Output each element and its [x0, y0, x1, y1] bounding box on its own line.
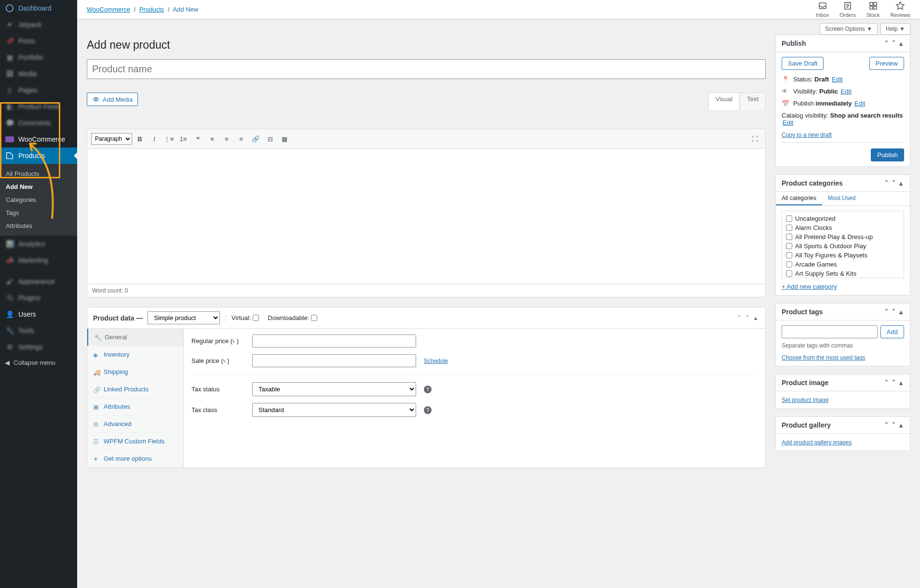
- edit-visibility-link[interactable]: Edit: [841, 88, 852, 95]
- sidebar-item-woocommerce[interactable]: WooCommerce: [0, 131, 77, 147]
- category-item[interactable]: All Sports & Outdoor Play: [785, 241, 901, 251]
- pd-tab-general[interactable]: 🔧General: [87, 329, 183, 346]
- category-item[interactable]: All Pretend Play & Dress-up: [785, 232, 901, 241]
- category-checkbox[interactable]: [786, 234, 792, 240]
- category-item[interactable]: All Toy Figures & Playsets: [785, 251, 901, 260]
- ul-button[interactable]: ⋮≡: [162, 132, 176, 146]
- sidebar-item-blurred[interactable]: 🔧Tools: [0, 322, 77, 339]
- chevron-up-icon[interactable]: ˄: [883, 421, 890, 429]
- tag-input[interactable]: [782, 325, 878, 338]
- sidebar-item-dashboard[interactable]: Dashboard: [0, 0, 77, 16]
- set-product-image-link[interactable]: Set product image: [782, 397, 828, 403]
- add-gallery-images-link[interactable]: Add product gallery images: [782, 439, 852, 446]
- caret-up-icon[interactable]: ▴: [898, 179, 904, 187]
- chevron-down-icon[interactable]: ˅: [744, 313, 751, 322]
- pd-tab-linked[interactable]: 🔗Linked Products: [87, 381, 183, 398]
- pd-tab-shipping[interactable]: 🚚Shipping: [87, 363, 183, 381]
- submenu-categories[interactable]: Categories: [0, 193, 77, 206]
- fullscreen-button[interactable]: ⛶: [748, 132, 761, 146]
- choose-tags-link[interactable]: Choose from the most used tags: [782, 354, 865, 361]
- category-item[interactable]: Arcade Games: [785, 260, 901, 269]
- sale-price-input[interactable]: [252, 354, 416, 367]
- help-icon[interactable]: ?: [424, 386, 432, 393]
- chevron-down-icon[interactable]: ˅: [891, 39, 897, 48]
- sidebar-item-blurred[interactable]: 💬Comments: [0, 115, 77, 131]
- help-icon[interactable]: ?: [424, 406, 432, 414]
- chevron-up-icon[interactable]: ˄: [736, 313, 743, 322]
- sidebar-item-blurred[interactable]: 🖼Media: [0, 66, 77, 82]
- link-button[interactable]: 🔗: [249, 132, 262, 146]
- category-checkbox[interactable]: [786, 270, 792, 277]
- screen-options-button[interactable]: Screen Options ▼: [820, 23, 878, 35]
- sidebar-item-blurred[interactable]: ▦Portfolio: [0, 49, 77, 66]
- edit-status-link[interactable]: Edit: [832, 76, 842, 83]
- regular-price-input[interactable]: [252, 334, 416, 347]
- category-item[interactable]: Uncategorized: [785, 214, 901, 223]
- collapse-menu-button[interactable]: ◀ Collapse menu: [0, 355, 77, 370]
- breadcrumb-products[interactable]: Products: [139, 6, 164, 13]
- align-left-button[interactable]: ≡: [205, 132, 219, 146]
- submenu-attributes[interactable]: Attributes: [0, 219, 77, 232]
- edit-catalog-link[interactable]: Edit: [783, 119, 793, 126]
- edit-publish-date-link[interactable]: Edit: [854, 100, 865, 107]
- sidebar-item-blurred[interactable]: 📌Posts: [0, 33, 77, 49]
- top-action-reviews[interactable]: Reviews: [890, 1, 910, 18]
- product-type-select[interactable]: Simple product: [148, 311, 220, 324]
- readmore-button[interactable]: ⊟: [263, 132, 277, 146]
- category-checkbox[interactable]: [786, 225, 792, 231]
- tax-status-select[interactable]: Taxable: [252, 382, 416, 396]
- downloadable-checkbox-label[interactable]: Downloadable:: [268, 314, 317, 321]
- caret-up-icon[interactable]: ▴: [898, 378, 904, 387]
- caret-up-icon[interactable]: ▴: [752, 313, 759, 322]
- category-item[interactable]: Alarm Clocks: [785, 223, 901, 232]
- preview-button[interactable]: Preview: [869, 57, 904, 70]
- italic-button[interactable]: I: [148, 132, 161, 146]
- save-draft-button[interactable]: Save Draft: [782, 57, 824, 70]
- category-item[interactable]: Art Supply Sets & Kits: [785, 269, 901, 278]
- virtual-checkbox-label[interactable]: Virtual:: [231, 314, 259, 321]
- caret-up-icon[interactable]: ▴: [898, 307, 904, 316]
- sidebar-item-blurred[interactable]: ◧Product Feed: [0, 98, 77, 115]
- tab-text[interactable]: Text: [740, 93, 766, 110]
- sidebar-item-products[interactable]: Products: [0, 147, 77, 164]
- pd-tab-more[interactable]: ✦Get more options: [87, 450, 183, 468]
- sidebar-item-blurred[interactable]: ▯Pages: [0, 82, 77, 98]
- pd-tab-advanced[interactable]: ⚙Advanced: [87, 415, 183, 433]
- editor-content[interactable]: [87, 149, 765, 284]
- sidebar-item-blurred[interactable]: ⚙Settings: [0, 339, 77, 355]
- chevron-up-icon[interactable]: ˄: [883, 307, 890, 316]
- tax-class-select[interactable]: Standard: [252, 403, 416, 417]
- breadcrumb-woocommerce[interactable]: WooCommerce: [87, 6, 130, 13]
- copy-to-draft-link[interactable]: Copy to a new draft: [782, 132, 832, 138]
- ol-button[interactable]: 1≡: [176, 132, 190, 146]
- quote-button[interactable]: ❝: [191, 132, 204, 146]
- chevron-up-icon[interactable]: ˄: [883, 378, 890, 387]
- top-action-orders[interactable]: Orders: [839, 1, 856, 18]
- submenu-tags[interactable]: Tags: [0, 206, 77, 219]
- tab-visual[interactable]: Visual: [708, 93, 740, 110]
- category-checkbox[interactable]: [786, 252, 792, 258]
- category-checkbox[interactable]: [786, 215, 792, 222]
- sidebar-item-blurred[interactable]: 📊Analytics: [0, 236, 77, 252]
- pd-tab-wpfm[interactable]: ☰WPFM Custom Fields: [87, 433, 183, 450]
- help-button[interactable]: Help ▼: [880, 23, 910, 35]
- chevron-up-icon[interactable]: ˄: [883, 179, 890, 187]
- category-checkbox[interactable]: [786, 243, 792, 249]
- pd-tab-attributes[interactable]: ▣Attributes: [87, 398, 183, 415]
- top-action-stock[interactable]: Stock: [866, 1, 880, 18]
- virtual-checkbox[interactable]: [253, 315, 259, 321]
- pd-tab-inventory[interactable]: ◆Inventory: [87, 346, 183, 363]
- bold-button[interactable]: B: [133, 132, 147, 146]
- chevron-down-icon[interactable]: ˅: [891, 307, 897, 316]
- caret-up-icon[interactable]: ▴: [898, 39, 904, 48]
- publish-button[interactable]: Publish: [871, 148, 904, 161]
- sidebar-item-blurred[interactable]: 📣Marketing: [0, 252, 77, 268]
- downloadable-checkbox[interactable]: [311, 315, 317, 321]
- submenu-all-products[interactable]: All Products: [0, 167, 77, 180]
- category-checkbox[interactable]: [786, 261, 792, 267]
- submenu-add-new[interactable]: Add New: [0, 180, 77, 193]
- tab-all-categories[interactable]: All categories: [776, 192, 822, 205]
- sidebar-item-blurred[interactable]: 🖌Appearance: [0, 273, 77, 290]
- sidebar-item-users[interactable]: 👤Users: [0, 306, 77, 322]
- chevron-down-icon[interactable]: ˅: [891, 179, 897, 187]
